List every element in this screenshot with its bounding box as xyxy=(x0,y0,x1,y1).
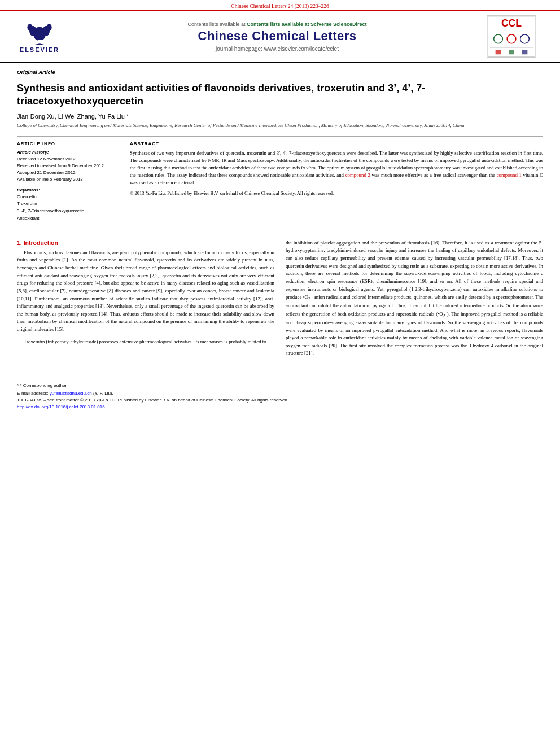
svg-rect-15 xyxy=(496,50,501,54)
doi-text: http://dx.doi.org/10.1016/j.cclet.2013.0… xyxy=(17,404,543,410)
email-footnote: E-mail address: yufaliu@sdnu.edu.cn (Y.-… xyxy=(17,390,543,397)
ccl-logo: CCL xyxy=(487,15,536,58)
article-type: Original Article xyxy=(17,69,543,77)
ccl-logo-svg: CCL xyxy=(487,15,536,58)
article-title: Synthesis and antioxidant activities of … xyxy=(17,82,543,108)
ccl-logo-area: CCL xyxy=(487,15,543,58)
page: Chinese Chemical Letters 24 (2013) 223–2… xyxy=(0,0,560,747)
received-date: Received 12 November 2012 xyxy=(17,156,119,163)
journal-homepage: journal homepage: www.elsevier.com/locat… xyxy=(68,46,487,52)
abstract-copyright: © 2013 Yu-Fa Liu. Published by Elsevier … xyxy=(130,190,543,197)
compound1-link[interactable]: compound 1 xyxy=(497,172,522,178)
article-history-label: Article history: xyxy=(17,150,119,155)
article-info-column: ARTICLE INFO Article history: Received 1… xyxy=(17,141,119,222)
email-author: (Y.-F. Liu). xyxy=(93,391,113,396)
article-authors: Jian-Dong Xu, Li-Wei Zhang, Yu-Fa Liu * xyxy=(17,113,543,120)
and-text: and xyxy=(336,172,344,178)
journal-citation: Chinese Chemical Letters 24 (2013) 223–2… xyxy=(231,3,329,9)
sciverse-link[interactable]: Contents lists available at SciVerse Sci… xyxy=(247,21,367,27)
svg-point-4 xyxy=(27,24,32,31)
article-content-header: Original Article Synthesis and antioxida… xyxy=(0,63,560,234)
section1-para3: the inhibition of platelet aggregation a… xyxy=(286,239,543,357)
article-body: 1. Introduction Flavonoids, such as flav… xyxy=(0,234,560,368)
abstract-column: ABSTRACT Syntheses of two very important… xyxy=(130,141,543,222)
svg-line-7 xyxy=(34,44,39,45)
elsevier-tree-icon xyxy=(24,20,55,45)
svg-point-5 xyxy=(46,24,51,31)
section1-para2: Troxerutin (trihydroxy-ethylrutoside) po… xyxy=(17,338,274,346)
corresponding-text: * Corresponding author. xyxy=(20,383,68,388)
article-footer: * * Corresponding author. E-mail address… xyxy=(0,379,560,413)
svg-rect-17 xyxy=(522,50,528,54)
journal-top-bar: Chinese Chemical Letters 24 (2013) 223–2… xyxy=(0,0,560,11)
abstract-text: Syntheses of two very important derivati… xyxy=(130,150,543,187)
article-info-abstract: ARTICLE INFO Article history: Received 1… xyxy=(17,136,543,222)
svg-rect-6 xyxy=(37,40,42,44)
accepted-date: Accepted 21 December 2012 xyxy=(17,169,119,176)
corresponding-note: * * Corresponding author. xyxy=(17,382,543,389)
article-info-header: ARTICLE INFO xyxy=(17,141,119,146)
journal-header: ELSEVIER Contents lists available at Con… xyxy=(0,11,560,63)
abstract-header: ABSTRACT xyxy=(130,141,543,146)
section1-para1: Flavonoids, such as flavones and flavono… xyxy=(17,249,274,334)
keyword-2: Troxerutin xyxy=(17,200,119,208)
compound2-link[interactable]: compound 2 xyxy=(345,172,370,178)
section1-heading: 1. Introduction xyxy=(17,239,274,246)
author-list: Jian-Dong Xu, Li-Wei Zhang, Yu-Fa Liu * xyxy=(17,113,129,120)
revised-date: Received in revised form 9 December 2012 xyxy=(17,163,119,169)
available-date: Available online 5 February 2013 xyxy=(17,176,119,183)
doi-link[interactable]: http://dx.doi.org/10.1016/j.cclet.2013.0… xyxy=(17,404,105,409)
issn-text: 1001-8417/$ – see front matter © 2013 Yu… xyxy=(17,397,543,404)
svg-rect-16 xyxy=(509,50,514,54)
svg-line-8 xyxy=(40,44,44,45)
body-right-column: the inhibition of platelet aggregation a… xyxy=(286,239,543,362)
email-label: E-mail address: xyxy=(17,391,49,396)
elsevier-logo: ELSEVIER xyxy=(11,20,68,53)
keywords-section: Keywords: Quercetin Troxerutin 3’,4’, 7-… xyxy=(17,187,119,222)
body-two-column: 1. Introduction Flavonoids, such as flav… xyxy=(17,239,543,362)
journal-header-center: Contents lists available at Contents lis… xyxy=(68,21,487,52)
svg-text:CCL: CCL xyxy=(501,18,522,29)
elsevier-brand-text: ELSEVIER xyxy=(20,46,59,53)
journal-title: Chinese Chemical Letters xyxy=(68,29,487,43)
article-history-section: Article history: Received 12 November 20… xyxy=(17,150,119,183)
keywords-label: Keywords: xyxy=(17,187,119,193)
article-affiliation: College of Chemistry, Chemical Engineeri… xyxy=(17,123,543,129)
sciverse-text: Contents lists available at Contents lis… xyxy=(68,21,487,27)
keywords-list: Quercetin Troxerutin 3’,4’, 7-Triacetoxy… xyxy=(17,194,119,222)
email-link[interactable]: yufaliu@sdnu.edu.cn xyxy=(50,391,92,396)
keyword-1: Quercetin xyxy=(17,194,119,201)
body-left-column: 1. Introduction Flavonoids, such as flav… xyxy=(17,239,274,362)
keyword-3: 3’,4’, 7-Triacetoxyethoxyquercetin xyxy=(17,208,119,215)
keyword-4: Antioxidant xyxy=(17,215,119,222)
